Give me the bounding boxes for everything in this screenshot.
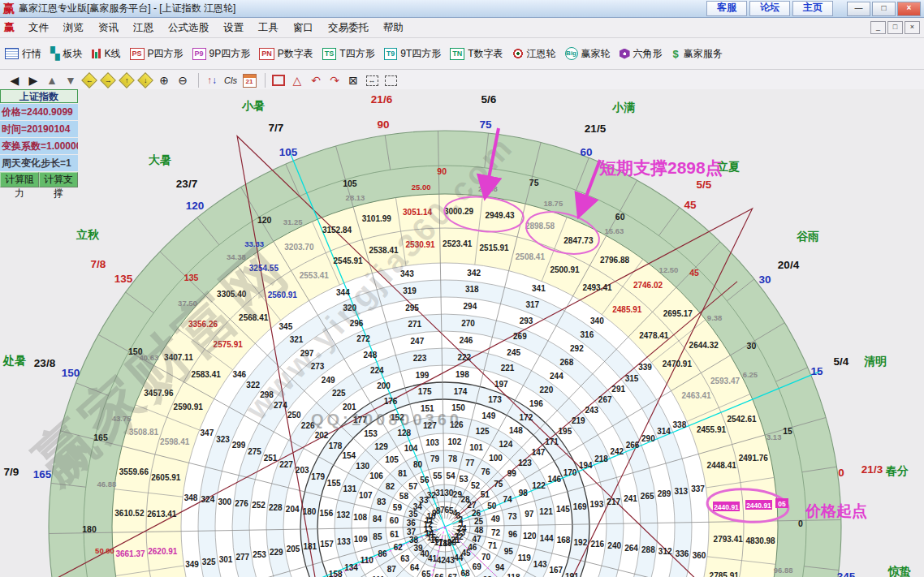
- svg-text:3.13: 3.13: [766, 433, 782, 441]
- boxed-x-icon[interactable]: ⊠: [345, 72, 361, 88]
- dashed-rect-icon[interactable]: [382, 72, 399, 88]
- mdi-close-button[interactable]: ×: [905, 21, 920, 34]
- svg-text:149: 149: [482, 411, 496, 420]
- svg-text:172: 172: [520, 413, 533, 422]
- svg-text:54: 54: [447, 472, 456, 480]
- gann-wheel-icon: [512, 48, 524, 59]
- t-square-button[interactable]: TST四方形: [322, 47, 375, 61]
- gann-wheel-button[interactable]: 江恩轮: [512, 47, 556, 61]
- zoom-out-icon[interactable]: ⊖: [175, 72, 191, 88]
- updown-icon[interactable]: ↑↓: [204, 72, 220, 88]
- p-table-icon: PN: [259, 48, 274, 60]
- svg-text:2500.91: 2500.91: [550, 265, 580, 274]
- svg-text:360: 360: [693, 551, 706, 560]
- sectors-icon: ▚: [50, 48, 60, 59]
- svg-text:340: 340: [590, 316, 604, 325]
- 9p-square-button[interactable]: P99P四方形: [192, 47, 251, 61]
- menu-item-交易委托[interactable]: 交易委托: [321, 19, 376, 37]
- diamond-left-icon[interactable]: ←: [81, 72, 97, 88]
- rect-tool-icon[interactable]: [270, 72, 287, 88]
- mdi-restore-button[interactable]: □: [887, 21, 903, 34]
- svg-text:169: 169: [573, 502, 587, 511]
- svg-text:2593.47: 2593.47: [710, 377, 740, 385]
- svg-text:65: 65: [421, 570, 431, 577]
- menu-item-浏览[interactable]: 浏览: [56, 19, 91, 37]
- svg-text:123: 123: [518, 459, 532, 467]
- svg-text:130: 130: [356, 462, 369, 471]
- p-square-button[interactable]: PSP四方形: [130, 47, 184, 61]
- menu-item-公式选股[interactable]: 公式选股: [161, 19, 216, 37]
- svg-text:2463.41: 2463.41: [682, 391, 712, 400]
- svg-text:31.25: 31.25: [283, 217, 303, 226]
- svg-text:立秋: 立秋: [76, 228, 100, 241]
- menu-item-窗口[interactable]: 窗口: [286, 19, 321, 37]
- peak-up-icon[interactable]: ▲: [44, 72, 60, 88]
- svg-text:105: 105: [385, 455, 399, 464]
- svg-text:20/4: 20/4: [778, 259, 800, 271]
- menu-item-设置[interactable]: 设置: [216, 19, 251, 37]
- maximize-button[interactable]: □: [872, 2, 896, 16]
- calendar-icon[interactable]: 21: [241, 72, 257, 88]
- cls-icon[interactable]: Cls: [222, 72, 239, 88]
- service-button[interactable]: 客服: [706, 1, 747, 16]
- gann-wheel-chart[interactable]: 1234567891011121314151617181920212223242…: [0, 89, 924, 577]
- svg-text:26: 26: [472, 509, 481, 518]
- quotes-button[interactable]: 行情: [5, 47, 41, 61]
- p-table-button[interactable]: PNP数字表: [259, 47, 313, 61]
- svg-text:2485.91: 2485.91: [612, 305, 642, 314]
- calc-support-button[interactable]: 计算支撑: [39, 172, 78, 187]
- svg-text:201: 201: [343, 403, 356, 411]
- svg-text:12.50: 12.50: [659, 265, 679, 274]
- diamond-down-icon[interactable]: ↓: [137, 72, 153, 88]
- peak-down-icon[interactable]: ▼: [63, 72, 79, 88]
- svg-text:220: 220: [540, 385, 554, 394]
- svg-text:224: 224: [370, 366, 384, 375]
- svg-text:199: 199: [416, 371, 430, 380]
- svg-text:21/6: 21/6: [371, 93, 393, 105]
- svg-text:104: 104: [404, 444, 418, 453]
- winner-service-button[interactable]: $赢家服务: [671, 47, 723, 61]
- 9t-square-button[interactable]: T99T四方形: [384, 47, 442, 61]
- gann-wheel-canvas[interactable]: 1234567891011121314151617181920212223242…: [0, 89, 924, 577]
- svg-text:180: 180: [82, 524, 97, 534]
- next-icon[interactable]: ▶: [25, 72, 41, 88]
- sectors-button[interactable]: ▚板块: [50, 47, 83, 61]
- svg-text:176: 176: [384, 397, 398, 406]
- hexagon-button[interactable]: 六角形: [620, 47, 663, 61]
- winner-wheel-button[interactable]: Big赢家轮: [565, 47, 611, 61]
- panel-title: 上证指数: [0, 89, 78, 103]
- svg-text:228: 228: [269, 503, 283, 512]
- svg-text:120: 120: [186, 200, 205, 212]
- kline-button[interactable]: K线: [92, 47, 121, 61]
- resize-icon[interactable]: ↔: [364, 72, 380, 88]
- menu-item-资讯[interactable]: 资讯: [91, 19, 126, 37]
- diamond-up-icon[interactable]: ↑: [119, 72, 135, 88]
- menu-item-帮助[interactable]: 帮助: [376, 19, 411, 37]
- close-button[interactable]: ×: [897, 2, 921, 16]
- forum-button[interactable]: 论坛: [749, 1, 790, 16]
- app-logo-icon: 赢: [3, 2, 15, 16]
- svg-text:2644.32: 2644.32: [689, 341, 719, 350]
- menu-item-江恩[interactable]: 江恩: [126, 19, 161, 37]
- t-table-button[interactable]: TNT数字表: [450, 47, 503, 61]
- menu-item-文件[interactable]: 文件: [21, 19, 56, 37]
- svg-text:106: 106: [369, 472, 383, 480]
- mdi-minimize-button[interactable]: _: [870, 21, 886, 34]
- minimize-button[interactable]: —: [847, 2, 870, 16]
- price-field: 价格=2440.9099: [0, 104, 78, 120]
- main-toolbar: 行情▚板块K线PSP四方形P99P四方形PNP数字表TST四方形T99T四方形T…: [0, 38, 924, 70]
- diamond-right-icon[interactable]: →: [100, 72, 116, 88]
- rotate-ccw-icon[interactable]: ↶: [308, 72, 324, 88]
- svg-text:23/8: 23/8: [34, 357, 56, 369]
- prev-icon[interactable]: ◀: [6, 72, 23, 88]
- svg-text:265: 265: [641, 492, 654, 501]
- home-button[interactable]: 主页: [792, 1, 833, 16]
- calc-resistance-button[interactable]: 计算阻力: [0, 172, 39, 187]
- svg-text:2455.91: 2455.91: [697, 425, 727, 434]
- zoom-in-icon[interactable]: ⊕: [156, 72, 172, 88]
- svg-text:45: 45: [689, 268, 699, 278]
- svg-text:179: 179: [311, 472, 325, 481]
- menu-item-工具[interactable]: 工具: [251, 19, 286, 37]
- rotate-cw-icon[interactable]: ↷: [326, 72, 343, 88]
- triangle-tool-icon[interactable]: △: [289, 72, 305, 88]
